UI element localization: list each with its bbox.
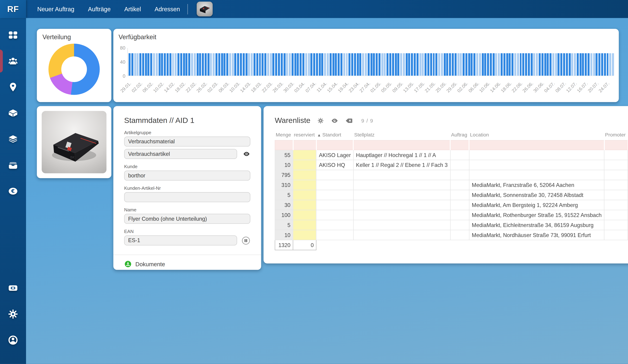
cell-reserviert[interactable] (293, 200, 316, 210)
cell-standort[interactable] (316, 170, 353, 180)
cell-stellplatz[interactable] (353, 200, 450, 210)
table-row[interactable]: 310MediaMarkt, Franzstraße 6, 52064 Aach… (275, 180, 628, 190)
filter-cell-promoter[interactable] (604, 140, 628, 150)
cell-menge[interactable]: 5 (275, 220, 293, 230)
cell-auftrag[interactable] (450, 190, 469, 200)
filter-cell-auftrag[interactable] (450, 140, 469, 150)
column-header-location[interactable]: Location (469, 132, 604, 140)
cell-reserviert[interactable] (293, 230, 316, 240)
table-settings-icon[interactable] (317, 117, 324, 124)
cell-promoter[interactable] (604, 210, 628, 220)
cell-reserviert[interactable] (293, 220, 316, 230)
cell-location[interactable]: MediaMarkt, Eichleitnerstraße 34, 86159 … (469, 220, 604, 230)
table-row[interactable]: 5MediaMarkt, Eichleitnerstraße 34, 86159… (275, 220, 628, 230)
cell-stellplatz[interactable] (353, 230, 450, 240)
column-header-menge[interactable]: Menge (275, 132, 293, 140)
filter-cell-menge[interactable] (275, 140, 293, 150)
cell-stellplatz[interactable] (353, 220, 450, 230)
cell-promoter[interactable] (604, 160, 628, 170)
artikelart-input[interactable] (124, 149, 237, 159)
cell-menge[interactable]: 10 (275, 160, 293, 170)
cell-promoter[interactable] (604, 150, 628, 160)
ean-input[interactable] (124, 235, 237, 245)
table-row[interactable]: 55AKISO LagerHauptlager // Hochregal 1 /… (275, 150, 628, 160)
sidebar-item-users[interactable] (0, 48, 26, 74)
kunde-input[interactable] (124, 171, 250, 181)
nav-item-neuer-auftrag[interactable]: Neuer Auftrag (30, 0, 81, 18)
nav-item-artikel[interactable]: Artikel (118, 0, 148, 18)
table-row[interactable]: 10AKISO HQKeller 1 // Regal 2 // Ebene 1… (275, 160, 628, 170)
cell-standort[interactable]: AKISO Lager (316, 150, 353, 160)
cell-standort[interactable] (316, 230, 353, 240)
cell-stellplatz[interactable]: Keller 1 // Regal 2 // Ebene 1 // Fach 3 (353, 160, 450, 170)
name-input[interactable] (124, 214, 250, 224)
toggle-columns-eye-icon[interactable] (331, 117, 338, 124)
cell-reserviert[interactable] (293, 150, 316, 160)
cell-location[interactable]: MediaMarkt, Franzstraße 6, 52064 Aachen (469, 180, 604, 190)
cell-standort[interactable] (316, 210, 353, 220)
sidebar-item-package[interactable] (0, 100, 26, 126)
cell-promoter[interactable] (604, 200, 628, 210)
cell-location[interactable]: MediaMarkt, Sonnenstraße 30, 72458 Albst… (469, 190, 604, 200)
table-row[interactable]: 30MediaMarkt, Am Bergsteig 1, 92224 Ambe… (275, 200, 628, 210)
filter-cell-reserviert[interactable] (293, 140, 316, 150)
cell-menge[interactable]: 100 (275, 210, 293, 220)
cell-menge[interactable]: 310 (275, 180, 293, 190)
cell-menge[interactable]: 5 (275, 190, 293, 200)
cell-reserviert[interactable] (293, 170, 316, 180)
cell-reserviert[interactable] (293, 160, 316, 170)
kunden-artikel-nr-input[interactable] (124, 192, 250, 202)
table-row[interactable]: 795b (275, 170, 628, 180)
column-header-standort[interactable]: ▲Standort (316, 132, 353, 140)
scanner-thumbnail-button[interactable] (197, 1, 213, 16)
eye-icon[interactable] (243, 150, 250, 158)
sidebar-item-dashboard[interactable] (0, 22, 26, 48)
filter-cell-standort[interactable] (316, 140, 353, 150)
cell-menge[interactable]: 795 (275, 170, 293, 180)
column-header-promoter[interactable]: Promoter (604, 132, 628, 140)
nav-item-adressen[interactable]: Adressen (148, 0, 187, 18)
cell-reserviert[interactable] (293, 210, 316, 220)
dokumente-link[interactable]: Dokumente (124, 260, 250, 268)
cell-location[interactable]: MediaMarkt, Nordhäuser Straße 73t, 99091… (469, 230, 604, 240)
sidebar-item-code[interactable] (0, 275, 26, 301)
table-row[interactable]: 10MediaMarkt, Nordhäuser Straße 73t, 990… (275, 230, 628, 240)
table-row[interactable]: 100MediaMarkt, Rothenburger Straße 15, 9… (275, 210, 628, 220)
cell-menge[interactable]: 30 (275, 200, 293, 210)
cell-promoter[interactable] (604, 230, 628, 240)
filter-cell-stellplatz[interactable] (353, 140, 450, 150)
sidebar-item-layers[interactable] (0, 126, 26, 152)
cell-auftrag[interactable] (450, 200, 469, 210)
cell-menge[interactable]: 10 (275, 230, 293, 240)
sidebar-item-location-pin[interactable] (0, 74, 26, 100)
nav-item-auftr-ge[interactable]: Aufträge (81, 0, 118, 18)
cell-standort[interactable] (316, 190, 353, 200)
sidebar-item-euro[interactable]: € (0, 178, 26, 204)
sidebar-item-settings[interactable] (0, 301, 26, 327)
cell-stellplatz[interactable] (353, 180, 450, 190)
column-header-reserviert[interactable]: reserviert (293, 132, 316, 140)
cell-location[interactable]: MediaMarkt, Am Bergsteig 1, 92224 Amberg (469, 200, 604, 210)
cell-auftrag[interactable] (450, 220, 469, 230)
artikelgruppe-input[interactable] (124, 137, 250, 146)
app-logo[interactable]: RF (0, 0, 26, 18)
column-header-auftrag[interactable]: Auftrag (450, 132, 469, 140)
table-row[interactable]: 5MediaMarkt, Sonnenstraße 30, 72458 Albs… (275, 190, 628, 200)
clear-filter-icon[interactable] (345, 117, 353, 124)
cell-promoter[interactable] (604, 180, 628, 190)
cell-reserviert[interactable] (293, 180, 316, 190)
cell-auftrag[interactable] (450, 230, 469, 240)
sidebar-item-drawer[interactable] (0, 152, 26, 178)
cell-stellplatz[interactable] (353, 210, 450, 220)
cell-auftrag[interactable] (450, 160, 469, 170)
cell-reserviert[interactable] (293, 190, 316, 200)
cell-standort[interactable]: AKISO HQ (316, 160, 353, 170)
column-header-stellplatz[interactable]: Stellplatz (353, 132, 450, 140)
sidebar-item-account[interactable] (0, 327, 26, 353)
cell-auftrag[interactable] (450, 170, 469, 180)
cell-promoter[interactable] (604, 190, 628, 200)
cell-auftrag[interactable] (450, 180, 469, 190)
cell-stellplatz[interactable] (353, 170, 450, 180)
cell-standort[interactable] (316, 220, 353, 230)
barcode-icon[interactable] (241, 236, 250, 245)
